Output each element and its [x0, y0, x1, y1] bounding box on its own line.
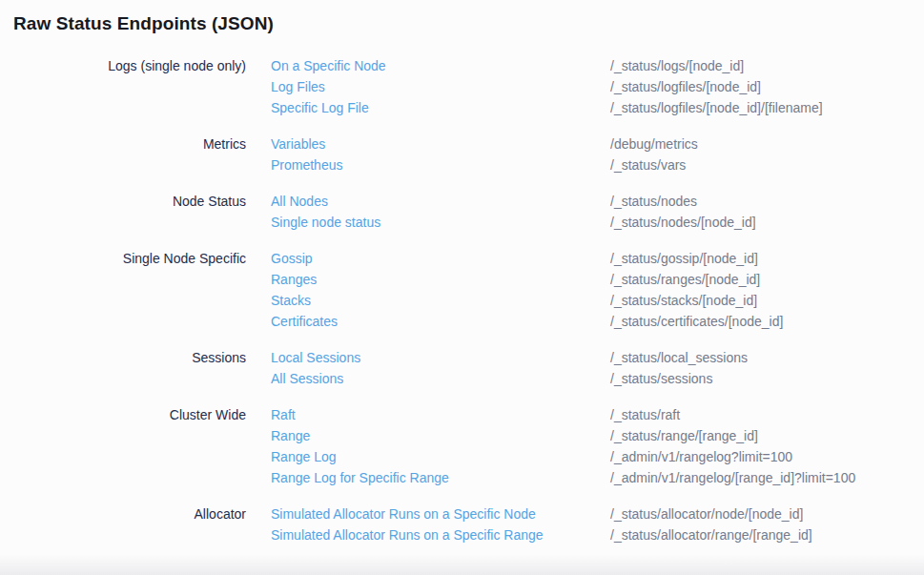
endpoint-path: /_status/logs/[node_id] — [610, 55, 744, 76]
group-rows: Simulated Allocator Runs on a Specific N… — [271, 503, 911, 545]
endpoint-link-range[interactable]: Range — [271, 425, 610, 446]
endpoint-link-all-nodes[interactable]: All Nodes — [271, 191, 610, 212]
endpoint-row: All Nodes /_status/nodes — [271, 191, 911, 212]
endpoint-path: /_status/range/[range_id] — [610, 425, 758, 446]
group-rows: Gossip /_status/gossip/[node_id] Ranges … — [271, 248, 911, 332]
endpoint-path: /_status/allocator/node/[node_id] — [610, 503, 803, 524]
endpoint-row: Single node status /_status/nodes/[node_… — [271, 212, 911, 233]
group-logs: Logs (single node only) On a Specific No… — [13, 55, 911, 118]
endpoint-row: Stacks /_status/stacks/[node_id] — [271, 290, 911, 311]
endpoint-row: Log Files /_status/logfiles/[node_id] — [271, 76, 911, 97]
raw-status-endpoints-page: Raw Status Endpoints (JSON) Logs (single… — [0, 0, 924, 545]
group-rows: Variables /debug/metrics Prometheus /_st… — [271, 133, 911, 175]
endpoint-link-range-log[interactable]: Range Log — [271, 446, 610, 467]
endpoint-link-simulated-allocator-runs-range[interactable]: Simulated Allocator Runs on a Specific R… — [271, 524, 610, 545]
endpoint-row: Local Sessions /_status/local_sessions — [271, 347, 911, 368]
group-metrics: Metrics Variables /debug/metrics Prometh… — [13, 133, 911, 175]
endpoint-link-raft[interactable]: Raft — [271, 404, 610, 425]
endpoint-path: /_status/vars — [610, 154, 686, 175]
endpoint-path: /_status/sessions — [610, 368, 712, 389]
endpoint-row: Variables /debug/metrics — [271, 133, 911, 154]
endpoint-row: Simulated Allocator Runs on a Specific N… — [271, 503, 911, 524]
endpoint-path: /_status/raft — [610, 404, 680, 425]
endpoint-path: /_status/logfiles/[node_id]/[filename] — [610, 97, 823, 118]
endpoint-link-single-node-status[interactable]: Single node status — [271, 212, 610, 233]
endpoint-path: /_status/stacks/[node_id] — [610, 290, 757, 311]
endpoint-row: Specific Log File /_status/logfiles/[nod… — [271, 97, 911, 118]
group-category-label: Single Node Specific — [13, 248, 246, 269]
endpoint-row: Certificates /_status/certificates/[node… — [271, 311, 911, 332]
endpoint-path: /_admin/v1/rangelog?limit=100 — [610, 446, 792, 467]
endpoint-path: /_status/certificates/[node_id] — [610, 311, 783, 332]
endpoint-row: Range /_status/range/[range_id] — [271, 425, 911, 446]
group-category-label: Cluster Wide — [13, 404, 246, 425]
group-single-node-specific: Single Node Specific Gossip /_status/gos… — [13, 248, 911, 332]
bottom-fade — [0, 554, 924, 575]
group-category-label: Sessions — [13, 347, 246, 368]
endpoint-row: Ranges /_status/ranges/[node_id] — [271, 269, 911, 290]
endpoint-row: Prometheus /_status/vars — [271, 154, 911, 175]
endpoint-row: Gossip /_status/gossip/[node_id] — [271, 248, 911, 269]
group-category-label: Allocator — [13, 503, 246, 524]
endpoint-path: /_status/local_sessions — [610, 347, 748, 368]
endpoint-link-all-sessions[interactable]: All Sessions — [271, 368, 610, 389]
endpoint-link-range-log-for-specific-range[interactable]: Range Log for Specific Range — [271, 467, 610, 488]
group-rows: Local Sessions /_status/local_sessions A… — [271, 347, 911, 389]
endpoint-path: /_status/ranges/[node_id] — [610, 269, 760, 290]
endpoint-link-local-sessions[interactable]: Local Sessions — [271, 347, 610, 368]
endpoint-link-variables[interactable]: Variables — [271, 133, 610, 154]
group-category-label: Logs (single node only) — [13, 55, 246, 76]
endpoint-path: /_status/nodes/[node_id] — [610, 212, 756, 233]
endpoint-link-gossip[interactable]: Gossip — [271, 248, 610, 269]
group-rows: On a Specific Node /_status/logs/[node_i… — [271, 55, 911, 118]
endpoint-link-on-a-specific-node[interactable]: On a Specific Node — [271, 55, 610, 76]
group-cluster-wide: Cluster Wide Raft /_status/raft Range /_… — [13, 404, 911, 488]
endpoint-path: /_status/gossip/[node_id] — [610, 248, 758, 269]
endpoint-link-specific-log-file[interactable]: Specific Log File — [271, 97, 610, 118]
endpoint-row: On a Specific Node /_status/logs/[node_i… — [271, 55, 911, 76]
endpoint-link-stacks[interactable]: Stacks — [271, 290, 610, 311]
endpoint-row: Simulated Allocator Runs on a Specific R… — [271, 524, 911, 545]
group-sessions: Sessions Local Sessions /_status/local_s… — [13, 347, 911, 389]
group-rows: All Nodes /_status/nodes Single node sta… — [271, 191, 911, 233]
page-title: Raw Status Endpoints (JSON) — [13, 11, 911, 35]
group-allocator: Allocator Simulated Allocator Runs on a … — [13, 503, 911, 545]
group-category-label: Node Status — [13, 191, 246, 212]
endpoint-path: /debug/metrics — [610, 133, 698, 154]
endpoint-row: Raft /_status/raft — [271, 404, 911, 425]
endpoint-path: /_status/allocator/range/[range_id] — [610, 524, 812, 545]
endpoint-link-prometheus[interactable]: Prometheus — [271, 154, 610, 175]
endpoints-table: Logs (single node only) On a Specific No… — [13, 55, 911, 545]
endpoint-row: Range Log /_admin/v1/rangelog?limit=100 — [271, 446, 911, 467]
group-category-label: Metrics — [13, 133, 246, 154]
endpoint-path: /_admin/v1/rangelog/[range_id]?limit=100 — [610, 467, 855, 488]
endpoint-path: /_status/nodes — [610, 191, 697, 212]
group-rows: Raft /_status/raft Range /_status/range/… — [271, 404, 911, 488]
endpoint-path: /_status/logfiles/[node_id] — [610, 76, 761, 97]
endpoint-link-ranges[interactable]: Ranges — [271, 269, 610, 290]
endpoint-link-log-files[interactable]: Log Files — [271, 76, 610, 97]
endpoint-row: Range Log for Specific Range /_admin/v1/… — [271, 467, 911, 488]
endpoint-link-simulated-allocator-runs-node[interactable]: Simulated Allocator Runs on a Specific N… — [271, 503, 610, 524]
group-node-status: Node Status All Nodes /_status/nodes Sin… — [13, 191, 911, 233]
endpoint-link-certificates[interactable]: Certificates — [271, 311, 610, 332]
endpoint-row: All Sessions /_status/sessions — [271, 368, 911, 389]
